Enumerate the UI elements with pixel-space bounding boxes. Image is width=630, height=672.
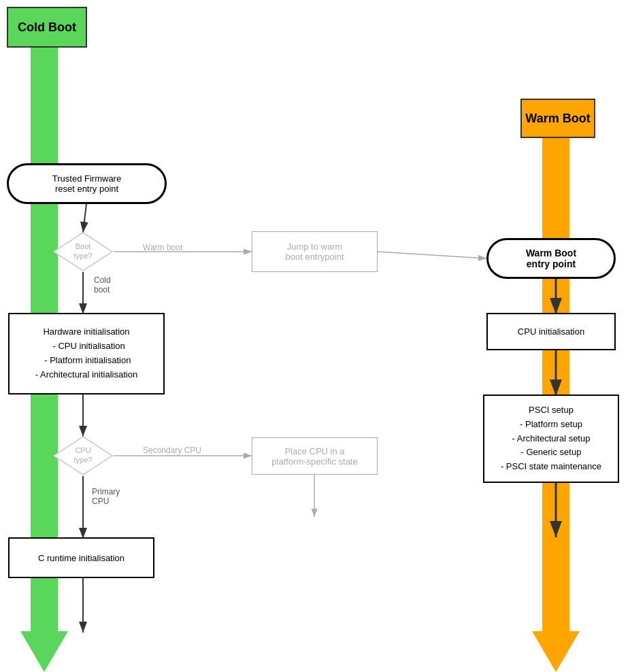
- boot-type-diamond: Boot type?: [52, 231, 114, 272]
- warm-boot-label: Warm Boot: [520, 99, 595, 138]
- jump-warm-boot-box: Jump to warmboot entrypoint: [252, 231, 378, 272]
- psci-setup-box: PSCI setup- Platform setup- Architectura…: [483, 394, 619, 483]
- place-cpu-box: Place CPU in aplatform-specific state: [252, 437, 378, 475]
- svg-line-9: [83, 204, 86, 233]
- trusted-firmware-ellipse: Trusted Firmwarereset entry point: [7, 163, 167, 204]
- warm-boot-arrow-label: Warm boot: [143, 243, 182, 252]
- warm-boot-entry-ellipse: Warm Bootentry point: [486, 238, 616, 279]
- warm-boot-flow-bar: [542, 138, 569, 641]
- svg-line-11: [378, 252, 486, 258]
- hardware-init-box: Hardware initialisation - CPU initialisa…: [8, 313, 165, 394]
- cpu-type-diamond: CPU type?: [52, 435, 114, 476]
- primary-cpu-label: PrimaryCPU: [92, 487, 120, 506]
- cpu-init-warm-box: CPU initialisation: [486, 313, 616, 350]
- cold-boot-label: Cold Boot: [7, 7, 87, 48]
- svg-text:type?: type?: [74, 456, 93, 464]
- svg-text:CPU: CPU: [75, 446, 90, 454]
- secondary-cpu-label: Secondary CPU: [143, 446, 201, 455]
- diagram: Cold Boot Warm Boot Trusted Firmwarerese…: [0, 0, 630, 672]
- cold-boot-arrow-label: Coldboot: [94, 275, 111, 295]
- c-runtime-box: C runtime initialisation: [8, 537, 154, 578]
- svg-text:Boot: Boot: [76, 242, 91, 250]
- warm-boot-end-arrow: [532, 631, 580, 672]
- svg-text:type?: type?: [74, 252, 93, 260]
- cold-boot-end-arrow: [20, 631, 68, 672]
